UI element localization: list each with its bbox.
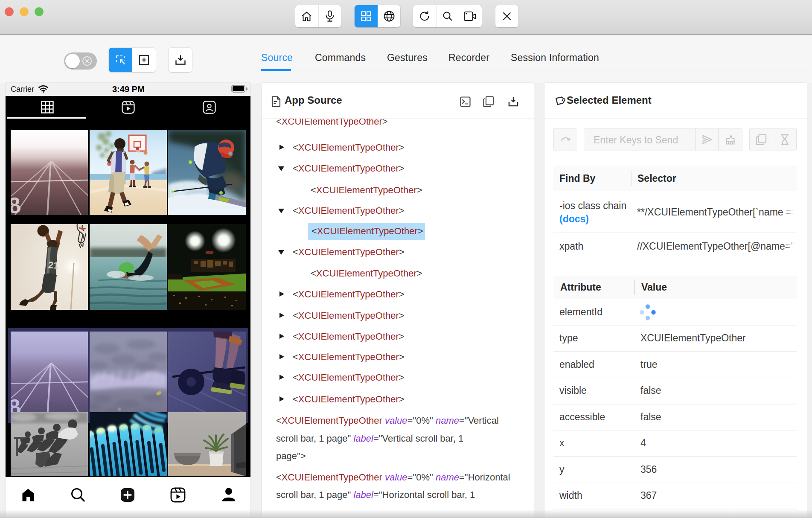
svg-text:21: 21 bbox=[48, 259, 59, 271]
